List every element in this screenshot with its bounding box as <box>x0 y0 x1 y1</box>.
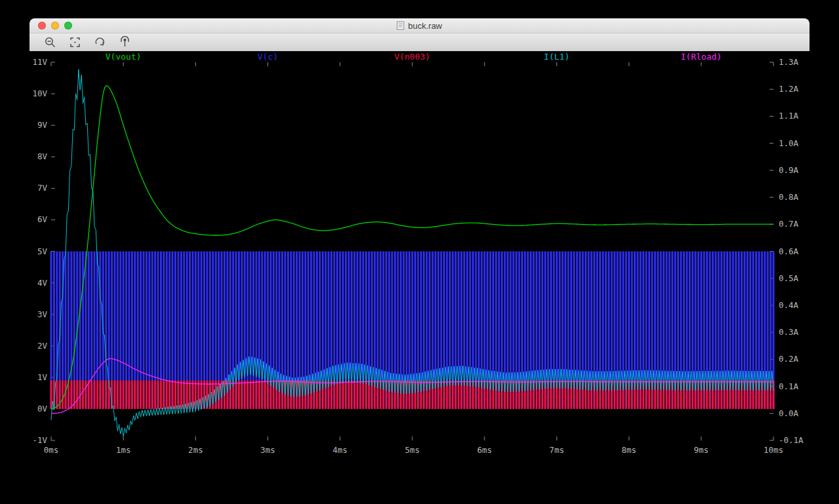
ltspice-waveform-window: buck.raw <box>29 18 810 504</box>
window-title-text: buck.raw <box>408 21 442 31</box>
y-right-tick-label[interactable]: 1.1A <box>779 111 799 121</box>
x-tick-label[interactable]: 2ms <box>188 445 203 455</box>
y-right-tick-label[interactable]: -0.1A <box>779 435 804 445</box>
y-right-tick-label[interactable]: 0.3A <box>779 327 799 337</box>
y-left-tick-label[interactable]: 4V <box>37 278 48 288</box>
x-tick-label[interactable]: 4ms <box>333 445 348 455</box>
zoom-full-extents-icon[interactable] <box>92 36 107 49</box>
y-right-tick-label[interactable]: 1.3A <box>779 57 799 67</box>
x-tick-label[interactable]: 6ms <box>477 445 492 455</box>
close-button[interactable] <box>38 22 46 29</box>
x-tick-label[interactable]: 7ms <box>549 445 564 455</box>
waveform-pane[interactable]: V(vout)V(c)V(n003)I(L1)I(Rload) 11V10V9V… <box>29 51 810 504</box>
zoom-button[interactable] <box>64 22 72 29</box>
x-tick-label[interactable]: 3ms <box>260 445 275 455</box>
minimize-button[interactable] <box>51 22 59 29</box>
y-left-tick-label[interactable]: 11V <box>32 57 47 67</box>
y-right-tick-label[interactable]: 0.4A <box>779 300 799 310</box>
y-left-tick-label[interactable]: 8V <box>37 151 48 161</box>
y-right-tick-label[interactable]: 0.1A <box>779 381 799 391</box>
x-tick-label[interactable]: 5ms <box>405 445 420 455</box>
traffic-lights <box>38 22 72 29</box>
y-right-tick-label[interactable]: 0.6A <box>779 246 799 256</box>
y-left-tick-label[interactable]: 5V <box>37 246 48 256</box>
y-left-tick-label[interactable]: 7V <box>37 183 48 193</box>
zoom-area-icon[interactable] <box>68 36 82 49</box>
probe-icon[interactable] <box>117 36 132 49</box>
window-title: buck.raw <box>397 21 442 31</box>
x-tick-label[interactable]: 9ms <box>694 445 709 455</box>
y-left-tick-label[interactable]: -1V <box>32 435 47 445</box>
y-right-tick-label[interactable]: 0.0A <box>779 408 799 418</box>
y-right-tick-label[interactable]: 0.9A <box>779 165 799 175</box>
y-right-tick-label[interactable]: 1.2A <box>779 84 799 94</box>
y-left-tick-label[interactable]: 1V <box>37 372 48 382</box>
trace-V(n003) <box>51 381 773 409</box>
window-titlebar[interactable]: buck.raw <box>29 18 810 33</box>
y-left-tick-label[interactable]: 0V <box>37 404 48 414</box>
x-tick-label[interactable]: 10ms <box>764 445 783 455</box>
y-right-tick-label[interactable]: 1.0A <box>779 138 799 148</box>
zoom-out-icon[interactable] <box>43 36 57 49</box>
y-left-tick-label[interactable]: 2V <box>37 341 48 351</box>
y-right-tick-label[interactable]: 0.2A <box>779 354 799 364</box>
y-left-tick-label[interactable]: 10V <box>32 88 47 98</box>
x-tick-label[interactable]: 0ms <box>44 445 59 455</box>
y-right-tick-label[interactable]: 0.5A <box>779 273 799 283</box>
y-left-tick-label[interactable]: 3V <box>37 309 48 319</box>
y-right-tick-label[interactable]: 0.8A <box>779 192 799 202</box>
waveform-plot[interactable]: 11V10V9V8V7V6V5V4V3V2V1V0V-1V1.3A1.2A1.1… <box>29 51 810 504</box>
document-icon <box>397 21 404 30</box>
x-tick-label[interactable]: 8ms <box>621 445 636 455</box>
desktop: buck.raw <box>0 0 839 504</box>
y-left-tick-label[interactable]: 6V <box>37 214 48 224</box>
y-right-tick-label[interactable]: 0.7A <box>779 219 799 229</box>
x-tick-label[interactable]: 1ms <box>116 445 131 455</box>
toolbar <box>29 33 810 52</box>
y-left-tick-label[interactable]: 9V <box>37 120 48 130</box>
